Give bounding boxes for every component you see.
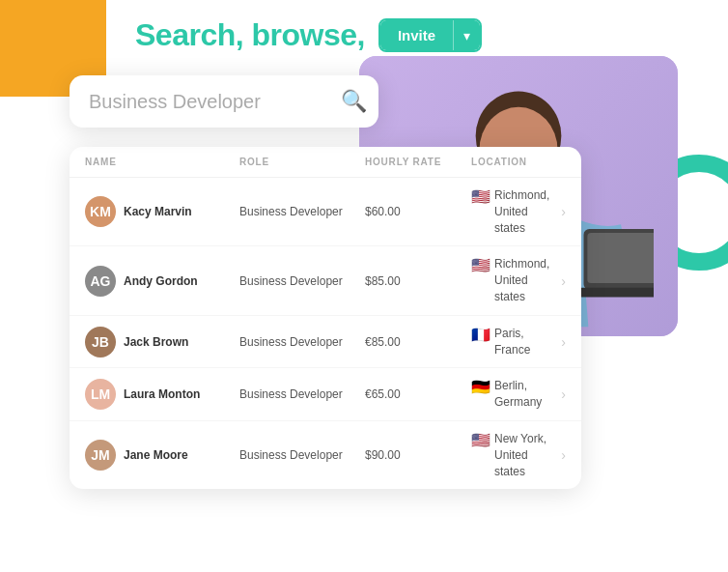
- main-area: 🔍: [70, 75, 658, 489]
- location-area: 🇺🇸 New York,United states ›: [471, 431, 566, 479]
- role-cell: Business Developer: [239, 387, 365, 401]
- expand-icon[interactable]: ›: [561, 334, 566, 350]
- person-name: Jane Moore: [124, 448, 188, 462]
- rate-cell: €85.00: [365, 335, 471, 349]
- location-text: New York,United states: [494, 431, 561, 479]
- location-text: Richmond,United states: [494, 187, 561, 236]
- rate-cell: $90.00: [365, 448, 471, 462]
- person-name: Jack Brown: [124, 335, 188, 349]
- person-name: Kacy Marvin: [124, 205, 192, 218]
- expand-icon[interactable]: ›: [561, 386, 566, 402]
- person-cell: JB Jack Brown: [85, 327, 239, 358]
- location-cell: 🇺🇸 Richmond,United states: [471, 187, 561, 236]
- col-role-header: ROLE: [239, 157, 365, 167]
- location-cell: 🇺🇸 Richmond,United states: [471, 256, 561, 304]
- expand-icon[interactable]: ›: [561, 273, 566, 289]
- person-cell: AG Andy Gordon: [85, 266, 239, 297]
- expand-icon[interactable]: ›: [561, 204, 566, 219]
- role-cell: Business Developer: [239, 274, 365, 288]
- location-cell: 🇺🇸 New York,United states: [471, 431, 561, 479]
- table-header-row: NAME ROLE HOURLY RATE LOCATION: [70, 147, 581, 178]
- page-title: Search, browse,: [135, 17, 365, 53]
- col-rate-header: HOURLY RATE: [365, 157, 471, 167]
- location-area: 🇫🇷 Paris, France ›: [471, 326, 566, 358]
- location-text: Paris, France: [494, 326, 561, 358]
- role-cell: Business Developer: [239, 335, 365, 349]
- avatar: KM: [85, 196, 116, 227]
- person-cell: JM Jane Moore: [85, 440, 239, 471]
- invite-dropdown-button[interactable]: ▾: [453, 20, 480, 50]
- avatar: AG: [85, 266, 116, 297]
- results-table: NAME ROLE HOURLY RATE LOCATION KM Kacy M…: [70, 147, 581, 489]
- location-text: Richmond,United states: [494, 256, 561, 304]
- person-cell: KM Kacy Marvin: [85, 196, 239, 227]
- table-body: KM Kacy Marvin Business Developer $60.00…: [70, 178, 581, 489]
- avatar: JM: [85, 440, 116, 471]
- search-input[interactable]: [89, 91, 333, 113]
- person-name: Andy Gordon: [124, 274, 198, 288]
- search-icon: 🔍: [341, 89, 367, 114]
- search-card: 🔍: [70, 75, 378, 128]
- table-row[interactable]: LM Laura Monton Business Developer €65.0…: [70, 368, 581, 421]
- svg-rect-7: [587, 233, 654, 283]
- avatar: JB: [85, 327, 116, 358]
- table-row[interactable]: JB Jack Brown Business Developer €85.00 …: [70, 316, 581, 369]
- location-cell: 🇩🇪 Berlin,Germany: [471, 378, 542, 411]
- flag-icon: 🇩🇪: [471, 378, 490, 396]
- location-area: 🇩🇪 Berlin,Germany ›: [471, 378, 566, 411]
- table-row[interactable]: JM Jane Moore Business Developer $90.00 …: [70, 421, 581, 489]
- location-text: Berlin,Germany: [494, 378, 542, 411]
- col-location-header: LOCATION: [471, 157, 566, 167]
- person-cell: LM Laura Monton: [85, 379, 239, 410]
- flag-icon: 🇺🇸: [471, 187, 490, 206]
- invite-button-group: Invite ▾: [378, 18, 482, 52]
- rate-cell: $85.00: [365, 274, 471, 288]
- rate-cell: $60.00: [365, 205, 471, 218]
- flag-icon: 🇫🇷: [471, 326, 490, 344]
- flag-icon: 🇺🇸: [471, 256, 490, 274]
- location-cell: 🇫🇷 Paris, France: [471, 326, 561, 358]
- svg-rect-8: [578, 288, 654, 298]
- invite-button[interactable]: Invite: [380, 20, 453, 50]
- expand-icon[interactable]: ›: [561, 447, 566, 463]
- role-cell: Business Developer: [239, 448, 365, 462]
- header-area: Search, browse, Invite ▾: [135, 17, 482, 53]
- chevron-down-icon: ▾: [463, 28, 470, 43]
- flag-icon: 🇺🇸: [471, 431, 490, 449]
- avatar: LM: [85, 379, 116, 410]
- rate-cell: €65.00: [365, 387, 471, 401]
- table-row[interactable]: KM Kacy Marvin Business Developer $60.00…: [70, 178, 581, 246]
- location-area: 🇺🇸 Richmond,United states ›: [471, 256, 566, 304]
- person-name: Laura Monton: [124, 387, 200, 401]
- role-cell: Business Developer: [239, 205, 365, 218]
- col-name-header: NAME: [85, 157, 239, 167]
- table-row[interactable]: AG Andy Gordon Business Developer $85.00…: [70, 246, 581, 315]
- location-area: 🇺🇸 Richmond,United states ›: [471, 187, 566, 236]
